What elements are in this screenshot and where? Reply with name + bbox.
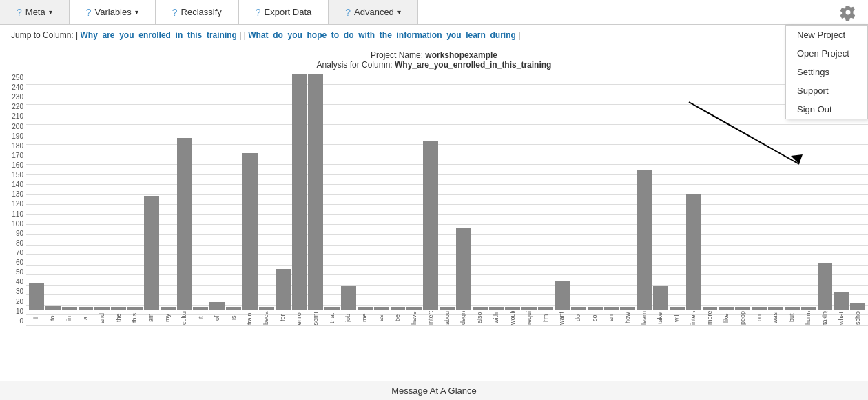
bar[interactable] [473, 307, 488, 310]
bar[interactable] [604, 307, 619, 310]
bar[interactable] [456, 228, 471, 310]
bar[interactable] [571, 307, 586, 310]
nav-meta[interactable]: ? Meta ▾ [0, 0, 70, 24]
bar-label: on [756, 311, 763, 325]
bar[interactable] [94, 307, 110, 310]
y-axis-label: 0 [19, 317, 23, 325]
message-bar: Message At A Glance [0, 381, 868, 400]
bar-group: was [768, 74, 783, 325]
bar[interactable] [292, 74, 307, 310]
bar-label: i'm [543, 311, 549, 325]
bar[interactable] [358, 307, 373, 310]
bar[interactable] [521, 307, 537, 310]
project-label: Project Name: [371, 50, 425, 60]
bar[interactable] [785, 307, 800, 310]
bar-label: because [263, 311, 269, 325]
bar[interactable] [177, 138, 192, 310]
dropdown-support[interactable]: Support [786, 81, 867, 100]
nav-export-data[interactable]: ? Export Data [239, 0, 329, 24]
variables-caret: ▾ [135, 8, 138, 16]
dropdown-settings[interactable]: Settings [786, 63, 867, 81]
jump-separator: | | [239, 30, 248, 40]
bar-group: me [358, 74, 373, 325]
bar[interactable] [670, 307, 685, 310]
bar[interactable] [127, 307, 143, 310]
bar[interactable] [752, 307, 767, 310]
y-axis-label: 120 [12, 200, 23, 208]
bar[interactable] [62, 307, 77, 310]
bar-group: to [45, 74, 61, 325]
bar[interactable] [29, 283, 44, 310]
dropdown-sign-out[interactable]: Sign Out [786, 100, 867, 119]
jump-link-2[interactable]: What_do_you_hope_to_do_with_the_informat… [248, 30, 516, 40]
bar[interactable] [45, 306, 61, 310]
bar[interactable] [703, 307, 718, 310]
bar[interactable] [193, 307, 208, 310]
bar-label: required [526, 311, 533, 325]
y-axis-label: 150 [12, 171, 23, 179]
bar-group: with [489, 74, 504, 325]
bar[interactable] [555, 281, 570, 310]
bar[interactable] [374, 307, 389, 310]
bar-group: and [94, 74, 110, 325]
bar-label: am [148, 311, 154, 325]
bar-label: people [740, 311, 746, 325]
y-axis-label: 20 [16, 298, 23, 306]
bar[interactable] [209, 302, 225, 310]
nav-reclassify[interactable]: ? Reclassify [156, 0, 239, 24]
bar[interactable] [259, 307, 274, 310]
bar[interactable] [406, 307, 422, 310]
bar[interactable] [834, 292, 849, 310]
bar[interactable] [538, 307, 553, 310]
bar[interactable] [489, 307, 504, 310]
bar[interactable] [111, 307, 126, 310]
bar[interactable] [423, 141, 438, 310]
bar-group: more [703, 74, 718, 325]
meta-caret: ▾ [49, 8, 52, 16]
bar-label: have [411, 311, 417, 325]
bar[interactable] [79, 307, 94, 310]
bar-label: what [838, 311, 845, 325]
dropdown-open-project[interactable]: Open Project [786, 44, 867, 63]
bar[interactable] [161, 307, 176, 310]
jump-link-1[interactable]: Why_are_you_enrolled_in_this_training [81, 30, 237, 40]
dropdown-new-project[interactable]: New Project [786, 26, 867, 44]
bar-label: will [674, 311, 680, 325]
bar[interactable] [242, 153, 258, 310]
bar[interactable] [719, 307, 734, 310]
bar[interactable] [653, 286, 668, 310]
project-name: workshopexample [425, 50, 497, 60]
settings-gear-button[interactable] [827, 0, 868, 25]
bar[interactable] [308, 74, 323, 310]
y-axis-label: 70 [16, 249, 23, 257]
bar[interactable] [391, 307, 406, 310]
y-axis-label: 60 [16, 259, 23, 266]
bar-label: it [198, 311, 204, 325]
chart-inner: itoinaandthethisammycultureitofistrainin… [26, 74, 868, 340]
bar[interactable] [818, 263, 833, 310]
bar[interactable] [226, 307, 241, 310]
bar[interactable] [324, 307, 340, 310]
bar[interactable] [276, 269, 291, 310]
bar[interactable] [801, 307, 816, 310]
bar[interactable] [735, 307, 750, 310]
y-axis-label: 160 [12, 161, 23, 169]
bar[interactable] [620, 307, 635, 310]
nav-advanced[interactable]: ? Advanced ▾ [329, 0, 418, 24]
export-label: Export Data [265, 7, 312, 17]
nav-variables[interactable]: ? Variables ▾ [70, 0, 156, 24]
bar-label: as [378, 311, 384, 325]
bar-label: like [723, 311, 730, 325]
bar[interactable] [850, 303, 865, 310]
bar-label: is [231, 311, 237, 325]
bar[interactable] [637, 170, 652, 310]
bar[interactable] [768, 307, 783, 310]
bar-group: also [473, 74, 488, 325]
bar[interactable] [588, 307, 603, 310]
bar[interactable] [341, 286, 356, 310]
bar[interactable] [440, 307, 455, 310]
bar[interactable] [505, 307, 520, 310]
bar[interactable] [686, 194, 701, 310]
bar[interactable] [144, 196, 159, 310]
bar-label: for [280, 311, 286, 325]
